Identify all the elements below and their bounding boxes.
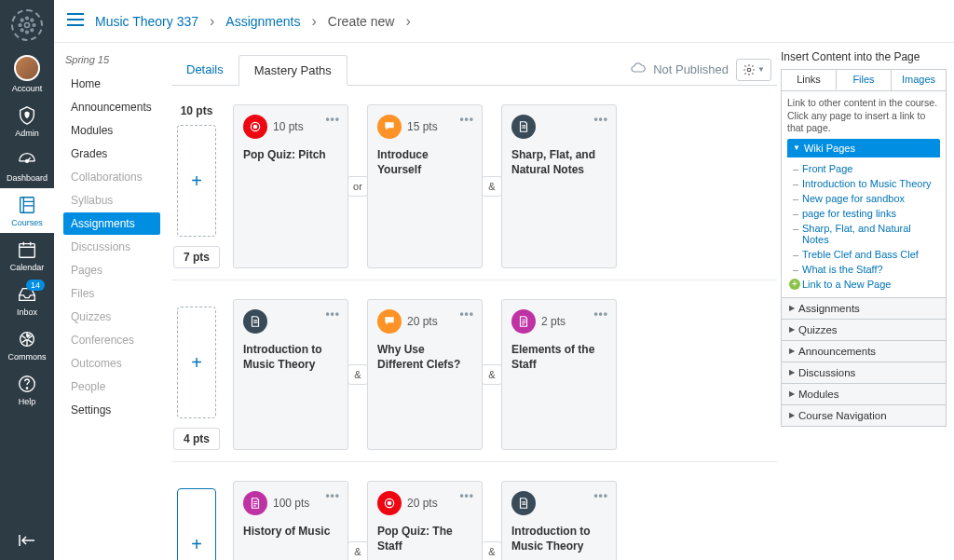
nav-courses[interactable]: Courses bbox=[0, 188, 54, 233]
card-menu[interactable]: ••• bbox=[325, 489, 340, 502]
crumb-section[interactable]: Assignments bbox=[225, 14, 300, 29]
nav-account[interactable]: Account bbox=[0, 48, 54, 99]
card-title: Pop Quiz: Pitch bbox=[243, 148, 338, 163]
wiki-link[interactable]: Sharp, Flat, and Natural Notes bbox=[791, 221, 940, 247]
joiner-&[interactable]: & bbox=[348, 364, 368, 385]
card-menu[interactable]: ••• bbox=[459, 489, 474, 502]
card-menu[interactable]: ••• bbox=[593, 113, 608, 126]
coursenav-announcements[interactable]: Announcements bbox=[63, 96, 160, 118]
svg-point-19 bbox=[388, 501, 391, 505]
card-menu[interactable]: ••• bbox=[459, 307, 474, 321]
insert-section-quizzes[interactable]: ▶Quizzes bbox=[781, 320, 947, 341]
insert-tab-images[interactable]: Images bbox=[892, 70, 946, 90]
joiner-&[interactable]: & bbox=[482, 364, 502, 385]
wiki-link[interactable]: Front Page bbox=[791, 161, 940, 176]
joiner-&[interactable]: & bbox=[348, 541, 368, 560]
path-card[interactable]: •••10 ptsPop Quiz: Pitch bbox=[233, 104, 348, 268]
path-card[interactable]: •••20 ptsPop Quiz: The Staff bbox=[367, 481, 483, 560]
hamburger-icon[interactable] bbox=[67, 13, 84, 30]
card-menu[interactable]: ••• bbox=[325, 113, 340, 126]
source-points: 10 pts bbox=[181, 104, 213, 117]
quiz-icon bbox=[243, 115, 267, 139]
insert-section-announcements[interactable]: ▶Announcements bbox=[781, 341, 947, 362]
wiki-link[interactable]: page for testing links bbox=[791, 206, 940, 221]
nav-label: Courses bbox=[11, 218, 43, 227]
card-menu[interactable]: ••• bbox=[325, 307, 340, 321]
chevron-right-icon: › bbox=[405, 13, 410, 30]
card-title: Sharp, Flat, and Natural Notes bbox=[511, 148, 606, 177]
link-new-page[interactable]: +Link to a New Page bbox=[791, 277, 940, 292]
coursenav-settings[interactable]: Settings bbox=[63, 399, 160, 421]
coursenav-conferences[interactable]: Conferences bbox=[63, 329, 160, 351]
card-points: 20 pts bbox=[407, 315, 438, 328]
card-points: 2 pts bbox=[541, 315, 566, 328]
insert-hint: Link to other content in the course. Cli… bbox=[787, 97, 940, 135]
range-points[interactable]: 7 pts bbox=[173, 246, 220, 268]
insert-tab-links[interactable]: Links bbox=[782, 70, 837, 90]
caret-right-icon: ▶ bbox=[789, 304, 795, 312]
add-source[interactable]: + bbox=[177, 488, 216, 560]
collapse-rail[interactable] bbox=[19, 534, 35, 551]
coursenav-modules[interactable]: Modules bbox=[63, 119, 160, 142]
path-card[interactable]: •••Sharp, Flat, and Natural Notes bbox=[501, 104, 617, 268]
caret-down-icon: ▼ bbox=[757, 65, 765, 74]
wiki-link[interactable]: What is the Staff? bbox=[791, 262, 940, 277]
path-card[interactable]: •••20 ptsWhy Use Different Clefs? bbox=[367, 299, 483, 450]
path-card[interactable]: •••15 ptsIntroduce Yourself bbox=[367, 104, 483, 268]
wiki-link[interactable]: Introduction to Music Theory bbox=[791, 176, 940, 191]
insert-section-modules[interactable]: ▶Modules bbox=[781, 384, 947, 405]
nav-dashboard[interactable]: Dashboard bbox=[0, 143, 54, 188]
tab-mastery-paths[interactable]: Mastery Paths bbox=[238, 55, 348, 86]
card-menu[interactable]: ••• bbox=[459, 113, 474, 126]
nav-inbox[interactable]: 14 Inbox bbox=[0, 278, 54, 322]
add-source[interactable]: + bbox=[177, 125, 216, 237]
insert-title: Insert Content into the Page bbox=[781, 50, 947, 63]
inbox-badge: 14 bbox=[26, 280, 45, 291]
wiki-link[interactable]: Treble Clef and Bass Clef bbox=[791, 247, 940, 262]
joiner-&[interactable]: & bbox=[482, 176, 502, 197]
coursenav-home[interactable]: Home bbox=[63, 73, 160, 95]
path-card[interactable]: •••2 ptsElements of the Staff bbox=[501, 299, 617, 450]
insert-tabs: Links Files Images bbox=[781, 69, 947, 90]
card-title: Pop Quiz: The Staff bbox=[377, 525, 472, 553]
avatar bbox=[14, 55, 40, 81]
nav-admin[interactable]: Admin bbox=[0, 99, 54, 143]
coursenav-files[interactable]: Files bbox=[63, 282, 160, 305]
path-card[interactable]: •••Introduction to Music Theory bbox=[233, 299, 348, 450]
coursenav-people[interactable]: People bbox=[63, 376, 160, 398]
card-menu[interactable]: ••• bbox=[593, 307, 608, 321]
coursenav-quizzes[interactable]: Quizzes bbox=[63, 306, 160, 328]
card-title: Elements of the Staff bbox=[511, 343, 606, 372]
insert-tab-files[interactable]: Files bbox=[837, 70, 892, 90]
chevron-right-icon: › bbox=[312, 13, 317, 30]
nav-calendar[interactable]: Calendar bbox=[0, 233, 54, 278]
coursenav-discussions[interactable]: Discussions bbox=[63, 236, 160, 258]
coursenav-pages[interactable]: Pages bbox=[63, 259, 160, 281]
coursenav-grades[interactable]: Grades bbox=[63, 143, 160, 165]
path-card[interactable]: •••100 ptsHistory of Music bbox=[233, 481, 348, 560]
nav-commons[interactable]: Commons bbox=[0, 322, 54, 367]
coursenav-syllabus[interactable]: Syllabus bbox=[63, 189, 160, 212]
insert-section-discussions[interactable]: ▶Discussions bbox=[781, 362, 947, 384]
wiki-pages-header[interactable]: ▼ Wiki Pages bbox=[787, 139, 940, 157]
card-points: 20 pts bbox=[407, 497, 438, 510]
tab-details[interactable]: Details bbox=[171, 55, 238, 84]
app-logo[interactable] bbox=[11, 9, 43, 41]
coursenav-assignments[interactable]: Assignments bbox=[63, 212, 160, 235]
coursenav-outcomes[interactable]: Outcomes bbox=[63, 352, 160, 375]
range-points[interactable]: 4 pts bbox=[173, 428, 220, 450]
nav-help[interactable]: Help bbox=[0, 367, 54, 412]
joiner-&[interactable]: & bbox=[482, 541, 502, 560]
path-card[interactable]: •••Introduction to Music Theory bbox=[501, 481, 617, 560]
joiner-or[interactable]: or bbox=[348, 176, 368, 197]
add-source[interactable]: + bbox=[177, 307, 216, 418]
crumb-course[interactable]: Music Theory 337 bbox=[95, 14, 198, 29]
nav-label: Calendar bbox=[10, 263, 45, 272]
wiki-link[interactable]: New page for sandbox bbox=[791, 191, 940, 206]
settings-button[interactable]: ▼ bbox=[736, 59, 771, 81]
insert-section-course-navigation[interactable]: ▶Course Navigation bbox=[781, 405, 947, 427]
card-menu[interactable]: ••• bbox=[593, 489, 608, 502]
insert-section-assignments[interactable]: ▶Assignments bbox=[781, 298, 947, 320]
coursenav-collaborations[interactable]: Collaborations bbox=[63, 166, 160, 188]
card-points: 15 pts bbox=[407, 120, 438, 133]
